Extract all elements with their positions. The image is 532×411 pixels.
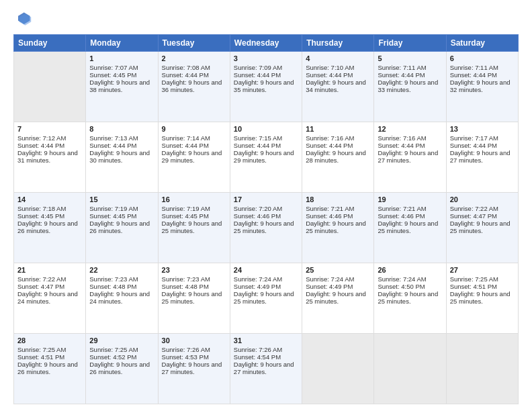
- weekday-header: Wednesday: [230, 35, 302, 52]
- sunrise-text: Sunrise: 7:18 AM: [17, 205, 66, 212]
- calendar-day-cell: 26Sunrise: 7:24 AMSunset: 4:50 PMDayligh…: [374, 263, 446, 334]
- sunrise-text: Sunrise: 7:22 AM: [450, 205, 498, 212]
- calendar-day-cell: 1Sunrise: 7:07 AMSunset: 4:45 PMDaylight…: [86, 52, 158, 122]
- page: SundayMondayTuesdayWednesdayThursdayFrid…: [0, 0, 532, 411]
- sunset-text: Sunset: 4:49 PM: [306, 283, 353, 290]
- sunrise-text: Sunrise: 7:20 AM: [234, 205, 282, 212]
- day-number: 29: [89, 336, 154, 345]
- sunset-text: Sunset: 4:44 PM: [162, 71, 209, 79]
- sunrise-text: Sunrise: 7:24 AM: [306, 275, 354, 283]
- sunset-text: Sunset: 4:44 PM: [450, 71, 497, 79]
- sunrise-text: Sunrise: 7:19 AM: [89, 205, 138, 212]
- day-number: 11: [306, 125, 370, 133]
- calendar-day-cell: 3Sunrise: 7:09 AMSunset: 4:44 PMDaylight…: [230, 52, 302, 122]
- calendar-day-cell: 19Sunrise: 7:21 AMSunset: 4:46 PMDayligh…: [374, 193, 446, 263]
- daylight-text: Daylight: 9 hours and 25 minutes.: [162, 220, 222, 234]
- day-number: 30: [162, 336, 226, 345]
- day-number: 2: [162, 54, 226, 62]
- daylight-text: Daylight: 9 hours and 32 minutes.: [450, 79, 511, 93]
- calendar-week-row: 14Sunrise: 7:18 AMSunset: 4:45 PMDayligh…: [14, 193, 519, 263]
- sunrise-text: Sunrise: 7:25 AM: [450, 275, 498, 283]
- calendar-header-row: SundayMondayTuesdayWednesdayThursdayFrid…: [14, 35, 519, 52]
- sunset-text: Sunset: 4:46 PM: [234, 212, 281, 220]
- calendar-day-cell: 8Sunrise: 7:13 AMSunset: 4:44 PMDaylight…: [86, 122, 158, 193]
- sunrise-text: Sunrise: 7:26 AM: [234, 346, 282, 353]
- daylight-text: Daylight: 9 hours and 25 minutes.: [162, 290, 222, 305]
- calendar-day-cell: 5Sunrise: 7:11 AMSunset: 4:44 PMDaylight…: [374, 52, 446, 122]
- sunrise-text: Sunrise: 7:09 AM: [234, 64, 282, 71]
- sunset-text: Sunset: 4:44 PM: [378, 142, 425, 149]
- sunset-text: Sunset: 4:50 PM: [378, 283, 425, 290]
- calendar-week-row: 21Sunrise: 7:22 AMSunset: 4:47 PMDayligh…: [14, 263, 519, 334]
- sunrise-text: Sunrise: 7:13 AM: [89, 134, 138, 142]
- calendar-week-row: 1Sunrise: 7:07 AMSunset: 4:45 PMDaylight…: [14, 52, 519, 122]
- calendar-day-cell: 30Sunrise: 7:26 AMSunset: 4:53 PMDayligh…: [158, 334, 230, 404]
- day-number: 21: [17, 266, 82, 274]
- daylight-text: Daylight: 9 hours and 38 minutes.: [89, 79, 150, 93]
- day-number: 27: [450, 266, 515, 274]
- calendar-day-cell: 4Sunrise: 7:10 AMSunset: 4:44 PMDaylight…: [302, 52, 374, 122]
- day-number: 16: [162, 195, 226, 203]
- sunset-text: Sunset: 4:48 PM: [89, 283, 136, 290]
- daylight-text: Daylight: 9 hours and 24 minutes.: [17, 290, 78, 305]
- day-number: 25: [306, 266, 370, 274]
- sunset-text: Sunset: 4:44 PM: [378, 71, 425, 79]
- sunset-text: Sunset: 4:47 PM: [450, 212, 497, 220]
- day-number: 24: [234, 266, 298, 274]
- sunset-text: Sunset: 4:44 PM: [306, 71, 353, 79]
- sunset-text: Sunset: 4:45 PM: [17, 212, 64, 220]
- sunrise-text: Sunrise: 7:17 AM: [450, 134, 498, 142]
- sunset-text: Sunset: 4:45 PM: [162, 212, 209, 220]
- sunset-text: Sunset: 4:44 PM: [162, 142, 209, 149]
- daylight-text: Daylight: 9 hours and 26 minutes.: [89, 220, 150, 234]
- day-number: 4: [306, 54, 370, 62]
- sunset-text: Sunset: 4:52 PM: [89, 353, 136, 361]
- sunrise-text: Sunrise: 7:25 AM: [17, 346, 66, 353]
- daylight-text: Daylight: 9 hours and 34 minutes.: [306, 79, 366, 93]
- sunrise-text: Sunrise: 7:21 AM: [306, 205, 354, 212]
- day-number: 18: [306, 195, 370, 203]
- sunrise-text: Sunrise: 7:19 AM: [162, 205, 210, 212]
- daylight-text: Daylight: 9 hours and 25 minutes.: [450, 290, 511, 305]
- sunset-text: Sunset: 4:45 PM: [89, 212, 136, 220]
- calendar-day-cell: 12Sunrise: 7:16 AMSunset: 4:44 PMDayligh…: [374, 122, 446, 193]
- calendar-day-cell: 17Sunrise: 7:20 AMSunset: 4:46 PMDayligh…: [230, 193, 302, 263]
- daylight-text: Daylight: 9 hours and 35 minutes.: [234, 79, 294, 93]
- sunrise-text: Sunrise: 7:15 AM: [234, 134, 282, 142]
- day-number: 28: [17, 336, 82, 345]
- sunset-text: Sunset: 4:54 PM: [234, 353, 281, 361]
- daylight-text: Daylight: 9 hours and 24 minutes.: [89, 290, 150, 305]
- daylight-text: Daylight: 9 hours and 33 minutes.: [378, 79, 438, 93]
- day-number: 26: [378, 266, 442, 274]
- daylight-text: Daylight: 9 hours and 31 minutes.: [17, 149, 78, 164]
- sunset-text: Sunset: 4:44 PM: [17, 142, 64, 149]
- day-number: 10: [234, 125, 298, 133]
- calendar-day-cell: 21Sunrise: 7:22 AMSunset: 4:47 PMDayligh…: [14, 263, 86, 334]
- calendar-day-cell: [14, 52, 86, 122]
- calendar-week-row: 7Sunrise: 7:12 AMSunset: 4:44 PMDaylight…: [14, 122, 519, 193]
- calendar-day-cell: 11Sunrise: 7:16 AMSunset: 4:44 PMDayligh…: [302, 122, 374, 193]
- calendar-day-cell: 13Sunrise: 7:17 AMSunset: 4:44 PMDayligh…: [446, 122, 518, 193]
- day-number: 12: [378, 125, 442, 133]
- sunset-text: Sunset: 4:53 PM: [162, 353, 209, 361]
- sunrise-text: Sunrise: 7:23 AM: [89, 275, 138, 283]
- sunrise-text: Sunrise: 7:26 AM: [162, 346, 210, 353]
- calendar-day-cell: 6Sunrise: 7:11 AMSunset: 4:44 PMDaylight…: [446, 52, 518, 122]
- sunset-text: Sunset: 4:51 PM: [17, 353, 64, 361]
- sunrise-text: Sunrise: 7:07 AM: [89, 64, 138, 71]
- day-number: 8: [89, 125, 154, 133]
- calendar-day-cell: [374, 334, 446, 404]
- day-number: 9: [162, 125, 226, 133]
- daylight-text: Daylight: 9 hours and 25 minutes.: [378, 220, 438, 234]
- daylight-text: Daylight: 9 hours and 26 minutes.: [17, 220, 78, 234]
- day-number: 15: [89, 195, 154, 203]
- daylight-text: Daylight: 9 hours and 27 minutes.: [234, 361, 294, 375]
- calendar-day-cell: [302, 334, 374, 404]
- calendar-day-cell: [446, 334, 518, 404]
- calendar-day-cell: 28Sunrise: 7:25 AMSunset: 4:51 PMDayligh…: [14, 334, 86, 404]
- daylight-text: Daylight: 9 hours and 25 minutes.: [378, 290, 438, 305]
- sunrise-text: Sunrise: 7:12 AM: [17, 134, 66, 142]
- day-number: 22: [89, 266, 154, 274]
- daylight-text: Daylight: 9 hours and 29 minutes.: [234, 149, 294, 164]
- sunset-text: Sunset: 4:46 PM: [378, 212, 425, 220]
